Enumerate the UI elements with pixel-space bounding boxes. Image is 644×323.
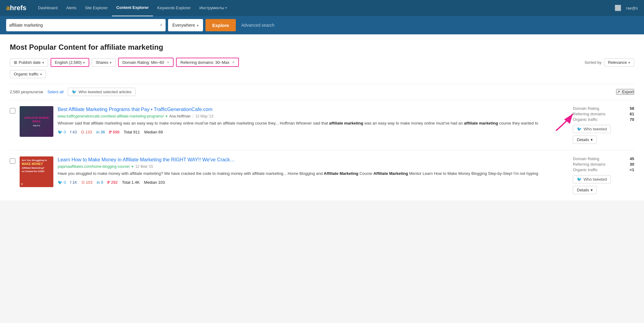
shares-chevron-icon bbox=[110, 60, 112, 65]
article-2-title[interactable]: Learn How to Make Money in Affiliate Mar… bbox=[58, 156, 569, 163]
article-2-url: pajamaaffiliates.com/home-blogging-cours… bbox=[58, 164, 569, 169]
article-1-title[interactable]: Best Affiliate Marketing Programs that P… bbox=[58, 106, 569, 113]
article-1-twitter-icon: 🐦 bbox=[577, 127, 582, 131]
user-account[interactable]: rae@s bbox=[626, 6, 638, 10]
article-2-twitter-stat: 🐦 0 bbox=[58, 180, 66, 185]
article-1-domain-rating-row: Domain Rating 58 bbox=[573, 106, 634, 111]
sorted-by-dropdown[interactable]: Relevance bbox=[604, 58, 634, 67]
sorted-by: Sorted by Relevance bbox=[585, 58, 634, 67]
articles-list: AFFILIATE MARKEPROG that Pa Best Affilia… bbox=[10, 100, 634, 200]
article-card-1: AFFILIATE MARKEPROG that Pa Best Affilia… bbox=[10, 100, 634, 150]
shares-filter[interactable]: Shares bbox=[92, 58, 116, 67]
nav-site-explorer[interactable]: Site Explorer bbox=[81, 0, 112, 16]
results-meta: 2,580 результатов Select all 🐦 Who tweet… bbox=[10, 84, 634, 100]
article-1-url-link[interactable]: www.trafficgenerationcafe.com/best-affil… bbox=[58, 114, 164, 118]
article-2-facebook-stat: f 1K bbox=[70, 180, 77, 185]
grid-icon: ⊞ bbox=[14, 60, 17, 65]
article-1-pinterest-stat: 𝐏 699 bbox=[109, 130, 119, 135]
article-2-domain-rating-row: Domain Rating 45 bbox=[573, 156, 634, 161]
article-2-median: Median 103 bbox=[144, 180, 165, 185]
explore-button[interactable]: Explore bbox=[205, 19, 236, 31]
article-2-side-stats: Domain Rating 45 Referring domains 30 Or… bbox=[573, 156, 634, 172]
referring-domains-close-icon[interactable]: × bbox=[232, 60, 235, 65]
navbar: ahrefs Dashboard Alerts Site Explorer Co… bbox=[0, 0, 644, 16]
publish-date-chevron-icon bbox=[42, 60, 44, 65]
advanced-search-link[interactable]: Advanced search bbox=[238, 23, 278, 28]
results-count: 2,580 результатов bbox=[10, 90, 43, 94]
article-2-url-link[interactable]: pajamaaffiliates.com/home-blogging-cours… bbox=[58, 164, 130, 169]
article-1-social-stats: 🐦 0 f 43 G 133 in 36 𝐏 699 Total 911 Med… bbox=[58, 130, 569, 135]
article-2-url-arrow-icon: ▾ bbox=[132, 164, 133, 169]
domain-rating-close-icon[interactable]: × bbox=[167, 60, 169, 65]
nav-keywords-explorer[interactable]: Keywords Explorer bbox=[153, 0, 195, 16]
article-1-side-stats: Domain Rating 58 Referring domains 61 Or… bbox=[573, 106, 634, 122]
page-title: Most Popular Content for affiliate marke… bbox=[10, 43, 634, 52]
domain-rating-filter[interactable]: Domain Rating: Min–60 × bbox=[118, 58, 174, 67]
filters-row-1: ⊞ Publish date English (2,580) Shares Do… bbox=[10, 58, 634, 67]
organic-traffic-chevron-icon bbox=[40, 72, 42, 76]
referring-domains-filter[interactable]: Referring domains: 30–Max × bbox=[176, 58, 239, 67]
nav-right: ⬜ rae@s bbox=[615, 5, 638, 11]
twitter-bird-icon: 🐦 bbox=[72, 90, 77, 94]
select-all-button[interactable]: Select all bbox=[47, 90, 63, 94]
article-1-linkedin-stat: in 36 bbox=[96, 130, 105, 134]
article-2-details-chevron-icon: ▾ bbox=[591, 188, 593, 192]
nav-content-explorer[interactable]: Content Explorer bbox=[112, 0, 153, 16]
search-clear-icon[interactable]: × bbox=[160, 22, 163, 28]
article-1-author: Ana Hoffman bbox=[169, 114, 191, 118]
article-1-google-stat: G 133 bbox=[81, 130, 92, 134]
article-1-referring-domains-row: Referring domains 61 bbox=[573, 112, 634, 116]
article-2-social-stats: 🐦 0 f 1K G 103 in 0 𝐏 292 Total 1.4K Med… bbox=[58, 180, 569, 185]
publish-date-filter[interactable]: ⊞ Publish date bbox=[10, 58, 48, 67]
article-2-who-tweeted-button[interactable]: 🐦 Who tweeted bbox=[573, 175, 611, 183]
article-1-median: Median 69 bbox=[144, 130, 163, 134]
article-2-body: Learn How to Make Money in Affiliate Mar… bbox=[58, 156, 569, 185]
article-2-date: 12 Фев '15 bbox=[135, 164, 153, 169]
language-filter[interactable]: English (2,580) bbox=[51, 58, 89, 67]
nav-instruments[interactable]: Инструменты ▾ bbox=[195, 0, 231, 16]
language-chevron-icon bbox=[83, 60, 85, 65]
article-2-snippet: Have you struggled to make money with af… bbox=[58, 171, 569, 177]
article-2-twitter-icon: 🐦 bbox=[577, 177, 582, 182]
article-1-url-arrow-icon: ▾ bbox=[166, 114, 167, 118]
main-content: Most Popular Content for affiliate marke… bbox=[0, 34, 644, 200]
thumb-2-icon: ▾ bbox=[21, 182, 23, 186]
article-1-who-tweeted-button[interactable]: 🐦 Who tweeted bbox=[573, 125, 611, 133]
export-button[interactable]: ↗ Export bbox=[616, 89, 634, 95]
scope-dropdown[interactable]: Everywhere bbox=[168, 19, 203, 31]
article-card-2: Are You Struggling to MAKE MONEY Affilia… bbox=[10, 150, 634, 200]
article-1-twitter-stat: 🐦 0 bbox=[58, 130, 66, 134]
article-2-organic-traffic-row: Organic traffic <1 bbox=[573, 167, 634, 172]
scope-chevron-icon bbox=[197, 23, 199, 28]
article-2-linkedin-stat: in 0 bbox=[97, 180, 103, 185]
search-bar: × Everywhere Explore Advanced search bbox=[0, 16, 644, 34]
article-1-url: www.trafficgenerationcafe.com/best-affil… bbox=[58, 114, 569, 118]
instruments-chevron-icon: ▾ bbox=[225, 0, 227, 16]
filters-row-2: Organic traffic bbox=[10, 70, 634, 78]
article-2-total: Total 1.4K bbox=[122, 180, 140, 185]
article-2-checkbox[interactable] bbox=[10, 158, 15, 164]
article-2-google-stat: G 103 bbox=[82, 180, 92, 185]
article-2-pinterest-stat: 𝐏 292 bbox=[107, 180, 117, 185]
brand-logo[interactable]: ahrefs bbox=[6, 4, 26, 12]
nav-alerts[interactable]: Alerts bbox=[62, 0, 81, 16]
article-1-facebook-stat: f 43 bbox=[70, 130, 77, 134]
article-1-date: 13 Map '13 bbox=[195, 114, 213, 118]
article-1-thumbnail: AFFILIATE MARKEPROG that Pa bbox=[20, 106, 53, 137]
article-1-organic-traffic-row: Organic traffic 70 bbox=[573, 117, 634, 122]
who-tweeted-selected-button[interactable]: 🐦 Who tweeted selected articles bbox=[68, 88, 136, 96]
article-1-body: Best Affiliate Marketing Programs that P… bbox=[58, 106, 569, 135]
organic-traffic-filter[interactable]: Organic traffic bbox=[10, 70, 46, 78]
article-1-details-button[interactable]: Details ▾ bbox=[573, 136, 597, 144]
monitor-icon: ⬜ bbox=[615, 5, 621, 11]
article-1-total: Total 911 bbox=[124, 130, 140, 134]
article-2-details-button[interactable]: Details ▾ bbox=[573, 186, 597, 194]
article-1-checkbox[interactable] bbox=[10, 108, 15, 113]
article-2-thumbnail: Are You Struggling to MAKE MONEY Affilia… bbox=[20, 156, 53, 187]
search-input[interactable] bbox=[9, 23, 160, 28]
export-icon: ↗ bbox=[617, 90, 620, 94]
nav-dashboard[interactable]: Dashboard bbox=[34, 0, 62, 16]
search-input-wrap: × bbox=[6, 19, 166, 31]
article-2-referring-domains-row: Referring domains 30 bbox=[573, 162, 634, 167]
article-1-snippet: Whoever said that affiliate marketing wa… bbox=[58, 120, 569, 126]
